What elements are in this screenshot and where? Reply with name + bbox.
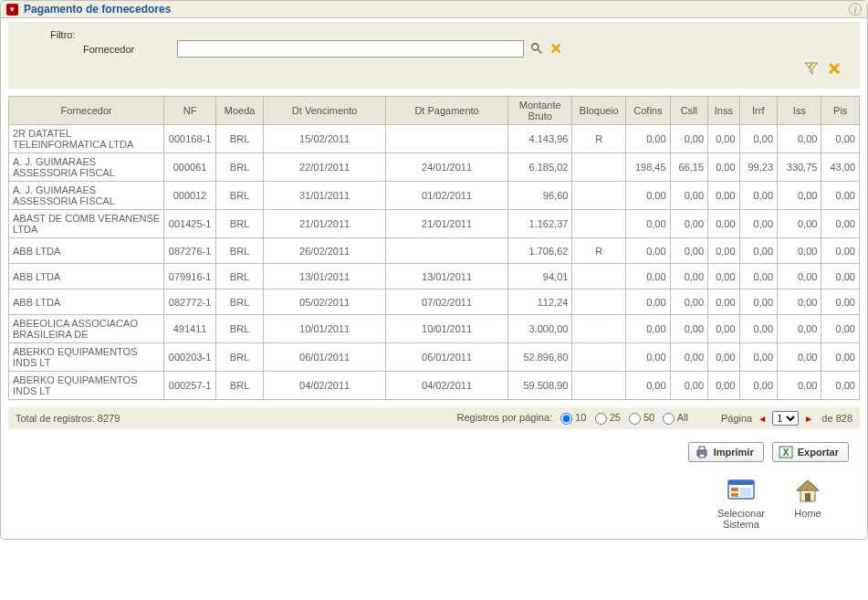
col-csll[interactable]: Csll — [670, 97, 707, 125]
col-bloqueio[interactable]: Bloqueio — [572, 97, 626, 125]
col-cofins[interactable]: Cofins — [626, 97, 670, 125]
cell-moeda: BRL — [215, 315, 263, 343]
col-dt-pagamento[interactable]: Dt Pagamento — [386, 97, 508, 125]
cell-dt-vencimento: 21/01/2011 — [264, 210, 386, 238]
cell-irrf: 0,00 — [739, 289, 777, 315]
table-row[interactable]: 2R DATATEL TELEINFORMATICA LTDA000168-1B… — [9, 125, 860, 153]
table-row[interactable]: ABEEOLICA ASSOCIACAO BRASILEIRA DE491411… — [9, 315, 860, 343]
cell-cofins: 0,00 — [626, 238, 670, 264]
cell-inss: 0,00 — [708, 289, 740, 315]
filter-field-label: Fornecedor — [83, 44, 174, 55]
cell-montante-bruto: 94,01 — [508, 264, 572, 289]
cell-montante-bruto: 112,24 — [508, 289, 572, 315]
cell-pis: 0,00 — [821, 289, 860, 315]
cell-nf: 079916-1 — [164, 264, 216, 289]
table-row[interactable]: ABB LTDA079916-1BRL13/01/201113/01/20119… — [9, 264, 860, 289]
cell-moeda: BRL — [215, 182, 263, 210]
table-row[interactable]: A. J. GUIMARAES ASSESSORIA FISCAL000061B… — [9, 153, 860, 182]
per-page-10-radio[interactable] — [560, 413, 572, 425]
cell-bloqueio — [572, 153, 626, 182]
cell-pis: 0,00 — [821, 182, 860, 210]
of-label: de — [821, 413, 832, 424]
table-row[interactable]: A. J. GUIMARAES ASSESSORIA FISCAL000012B… — [9, 182, 860, 210]
svg-rect-15 — [740, 488, 751, 497]
per-page-all-label: All — [677, 412, 688, 423]
cell-cofins: 0,00 — [626, 315, 670, 343]
cell-csll: 0,00 — [670, 210, 707, 238]
cell-bloqueio — [572, 372, 626, 400]
cell-iss: 0,00 — [778, 238, 821, 264]
reset-filter-icon[interactable] — [827, 61, 842, 78]
cell-montante-bruto: 1.162,37 — [508, 210, 572, 238]
cell-dt-pagamento: 21/01/2011 — [386, 210, 508, 238]
cell-cofins: 0,00 — [626, 343, 670, 372]
nav-home-label: Home — [776, 508, 840, 519]
table-footer: Total de registros: 8279 Registros por p… — [8, 407, 860, 429]
per-page-25-radio[interactable] — [595, 413, 607, 425]
info-icon[interactable]: i — [849, 3, 862, 16]
search-icon[interactable] — [530, 42, 543, 57]
nav-select-system[interactable]: Selecionar Sistema — [709, 477, 773, 530]
svg-rect-14 — [731, 493, 738, 497]
cell-cofins: 0,00 — [626, 264, 670, 289]
export-button-label: Exportar — [798, 447, 839, 458]
per-page-50-radio[interactable] — [629, 413, 641, 425]
cell-pis: 43,00 — [821, 153, 860, 182]
cell-bloqueio — [572, 289, 626, 315]
next-page-icon[interactable]: ► — [801, 414, 816, 424]
svg-rect-8 — [699, 454, 705, 458]
cell-pis: 0,00 — [821, 343, 860, 372]
col-dt-vencimento[interactable]: Dt Vencimento — [264, 97, 386, 125]
cell-montante-bruto: 96,60 — [508, 182, 572, 210]
prev-page-icon[interactable]: ◄ — [755, 414, 769, 424]
cell-moeda: BRL — [215, 343, 263, 372]
cell-dt-vencimento: 05/02/2011 — [264, 289, 386, 315]
cell-cofins: 198,45 — [626, 153, 670, 182]
cell-dt-pagamento: 10/01/2011 — [386, 315, 508, 343]
cell-csll: 0,00 — [670, 125, 707, 153]
nav-home[interactable]: Home — [776, 477, 840, 519]
col-fornecedor[interactable]: Fornecedor — [9, 97, 164, 125]
cell-nf: 087276-1 — [164, 238, 216, 264]
nav-select-system-label: Selecionar Sistema — [709, 508, 773, 530]
page-select[interactable]: 1 — [772, 411, 799, 426]
cell-iss: 0,00 — [778, 210, 821, 238]
cell-fornecedor: A. J. GUIMARAES ASSESSORIA FISCAL — [9, 182, 164, 210]
filter-label: Filtro: — [50, 29, 76, 40]
supplier-payments-panel: ▾ Pagamento de fornecedores i Filtro: Fo… — [0, 0, 868, 540]
col-pis[interactable]: Pis — [821, 97, 860, 125]
apply-filter-icon[interactable] — [804, 61, 819, 78]
cell-irrf: 0,00 — [739, 238, 777, 264]
cell-bloqueio: R — [572, 238, 626, 264]
panel-title: Pagamento de fornecedores — [24, 3, 171, 16]
col-nf[interactable]: NF — [164, 97, 216, 125]
collapse-toggle-icon[interactable]: ▾ — [6, 4, 18, 16]
cell-pis: 0,00 — [821, 264, 860, 289]
cell-fornecedor: ABB LTDA — [9, 264, 164, 289]
col-iss[interactable]: Iss — [778, 97, 821, 125]
cell-iss: 0,00 — [778, 264, 821, 289]
table-row[interactable]: ABB LTDA087276-1BRL26/02/20111.706,62R0,… — [9, 238, 860, 264]
cell-nf: 000168-1 — [164, 125, 216, 153]
cell-dt-pagamento: 13/01/2011 — [386, 264, 508, 289]
col-montante-bruto[interactable]: Montante Bruto — [508, 97, 572, 125]
supplier-filter-input[interactable] — [177, 40, 524, 58]
table-row[interactable]: ABERKO EQUIPAMENTOS INDS LT000257-1BRL04… — [9, 372, 860, 400]
export-button[interactable]: X Exportar — [772, 442, 849, 462]
excel-icon: X — [779, 445, 793, 459]
cell-dt-pagamento: 07/02/2011 — [386, 289, 508, 315]
col-moeda[interactable]: Moeda — [215, 97, 263, 125]
cell-montante-bruto: 6.185,02 — [508, 153, 572, 182]
table-row[interactable]: ABERKO EQUIPAMENTOS INDS LT000203-1BRL06… — [9, 343, 860, 372]
per-page-all-radio[interactable] — [663, 413, 675, 425]
cell-dt-vencimento: 06/01/2011 — [264, 343, 386, 372]
total-pages: 828 — [836, 413, 852, 424]
svg-text:X: X — [782, 447, 789, 458]
clear-filter-icon[interactable] — [549, 42, 562, 57]
print-button[interactable]: Imprimir — [688, 442, 764, 462]
col-inss[interactable]: Inss — [708, 97, 740, 125]
table-row[interactable]: ABB LTDA082772-1BRL05/02/201107/02/20111… — [9, 289, 860, 315]
cell-irrf: 0,00 — [739, 264, 777, 289]
col-irrf[interactable]: Irrf — [739, 97, 777, 125]
table-row[interactable]: ABAST DE COMB VERANENSE LTDA001425-1BRL2… — [9, 210, 860, 238]
